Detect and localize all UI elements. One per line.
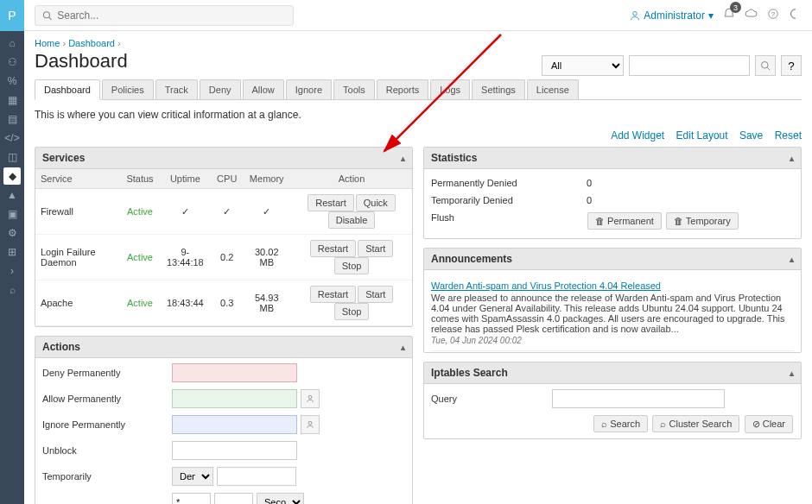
- temp-num-input[interactable]: [214, 493, 253, 504]
- svc-status: Active: [121, 280, 158, 326]
- help-icon[interactable]: ?: [767, 8, 779, 22]
- sidebar-code[interactable]: </>: [3, 129, 21, 147]
- ignore-perm-input[interactable]: [172, 415, 297, 434]
- tab-license[interactable]: License: [527, 79, 579, 99]
- clear-button[interactable]: ⊘ Clear: [745, 415, 793, 433]
- sidebar-ext1[interactable]: ▲: [3, 186, 21, 204]
- search-input[interactable]: [57, 9, 286, 22]
- cluster-search-button[interactable]: ⌕ Cluster Search: [652, 415, 739, 432]
- announcement-date: Tue, 04 Jun 2024 00:02: [431, 336, 794, 345]
- sidebar-grid[interactable]: ▦: [3, 91, 21, 109]
- svc-start-button[interactable]: Start: [358, 240, 393, 257]
- sidebar-home[interactable]: ⌂: [3, 35, 21, 52]
- allow-user-button[interactable]: [301, 389, 320, 408]
- deny-perm-input[interactable]: [172, 363, 297, 382]
- sidebar-sliders[interactable]: ⚙: [3, 224, 21, 242]
- sidebar-expand[interactable]: ›: [3, 262, 21, 280]
- col-uptime: Uptime: [159, 169, 213, 189]
- temp-select[interactable]: Deny: [172, 467, 213, 486]
- notifications-icon[interactable]: 3: [722, 7, 736, 23]
- page-title: Dashboard: [35, 50, 128, 72]
- admin-menu[interactable]: Administrator ▾: [630, 9, 714, 22]
- svc-restart-button[interactable]: Restart: [310, 286, 356, 303]
- col-service: Service: [35, 169, 121, 189]
- svc-restart-button[interactable]: Restart: [308, 194, 353, 211]
- tab-deny[interactable]: Deny: [200, 79, 241, 99]
- global-search[interactable]: [35, 5, 294, 26]
- col-action: Action: [291, 169, 412, 189]
- svc-quick-button[interactable]: Quick: [356, 194, 396, 211]
- sidebar-ext2[interactable]: ▣: [3, 205, 21, 223]
- actions-title: Actions: [42, 341, 80, 353]
- iptables-search-button[interactable]: ⌕ Search: [593, 415, 648, 432]
- collapse-icon[interactable]: ▴: [790, 154, 794, 163]
- tab-ignore[interactable]: Ignore: [286, 79, 332, 99]
- filter-help-button[interactable]: ?: [781, 55, 802, 76]
- flush-permanent-button[interactable]: 🗑 Permanent: [587, 212, 662, 230]
- cloud-icon[interactable]: [745, 7, 758, 23]
- collapse-icon[interactable]: ▴: [790, 369, 794, 378]
- svg-line-6: [767, 67, 770, 70]
- tab-tools[interactable]: Tools: [333, 79, 375, 99]
- chevron-down-icon: ▾: [708, 9, 714, 22]
- col-cpu: CPU: [212, 169, 242, 189]
- breadcrumb-dashboard[interactable]: Dashboard: [68, 38, 115, 48]
- temp-denied-label: Temporarily Denied: [431, 195, 587, 205]
- moon-icon[interactable]: [788, 8, 800, 22]
- sidebar-percent[interactable]: %: [3, 72, 21, 90]
- add-widget-link[interactable]: Add Widget: [611, 129, 664, 142]
- edit-layout-link[interactable]: Edit Layout: [676, 129, 728, 142]
- col-status: Status: [121, 169, 158, 189]
- filter-search-button[interactable]: [755, 55, 776, 76]
- svc-stop-button[interactable]: Stop: [334, 257, 370, 274]
- ignore-perm-label: Ignore Permanently: [42, 419, 172, 430]
- perm-denied-label: Permanently Denied: [431, 178, 587, 188]
- temp-value-input[interactable]: [217, 467, 296, 486]
- save-link[interactable]: Save: [739, 129, 763, 142]
- tab-logs[interactable]: Logs: [430, 79, 470, 99]
- svc-disable-button[interactable]: Disable: [328, 211, 376, 229]
- sidebar-search[interactable]: ⌕: [3, 281, 21, 299]
- sidebar-chart[interactable]: ◫: [3, 148, 21, 166]
- sidebar-apps[interactable]: ⊞: [3, 243, 21, 261]
- sidebar-db[interactable]: ▤: [3, 110, 21, 128]
- reset-link[interactable]: Reset: [775, 129, 802, 142]
- breadcrumb-home[interactable]: Home: [35, 38, 60, 48]
- tab-settings[interactable]: Settings: [472, 79, 525, 99]
- svc-stop-button[interactable]: Stop: [334, 303, 370, 320]
- temp-denied-val: 0: [587, 195, 794, 205]
- temp-unit-select[interactable]: Seconds: [257, 493, 304, 504]
- svc-restart-button[interactable]: Restart: [310, 240, 356, 257]
- allow-perm-label: Allow Permanently: [42, 394, 172, 404]
- admin-label: Administrator: [644, 9, 705, 22]
- svc-name: Login Failure Daemon: [35, 235, 121, 280]
- tab-allow[interactable]: Allow: [243, 79, 284, 99]
- query-input[interactable]: [552, 389, 725, 408]
- sidebar-users[interactable]: ⚇: [3, 54, 21, 71]
- collapse-icon[interactable]: ▴: [790, 255, 794, 264]
- svc-cpu: ✓: [212, 189, 242, 235]
- unblock-input[interactable]: [172, 441, 297, 460]
- tab-dashboard[interactable]: Dashboard: [35, 79, 100, 100]
- ignore-user-button[interactable]: [301, 415, 320, 434]
- filter-select[interactable]: All: [542, 55, 624, 76]
- svg-line-1: [49, 17, 52, 20]
- tab-track[interactable]: Track: [155, 79, 198, 99]
- search-icon: [42, 10, 52, 21]
- filter-input[interactable]: [629, 55, 750, 76]
- sidebar-active[interactable]: ◆: [3, 167, 21, 185]
- perm-denied-val: 0: [587, 178, 794, 188]
- tab-policies[interactable]: Policies: [102, 79, 154, 99]
- announcements-panel: Announcements▴ Warden Anti-spam and Viru…: [423, 248, 802, 353]
- flush-temporary-button[interactable]: 🗑 Temporary: [666, 212, 739, 230]
- announcement-title[interactable]: Warden Anti-spam and Virus Protection 4.…: [431, 280, 794, 291]
- collapse-icon[interactable]: ▴: [401, 154, 405, 163]
- table-row: Firewall Active ✓ ✓ ✓ RestartQuickDisabl…: [35, 189, 412, 235]
- allow-perm-input[interactable]: [172, 389, 297, 408]
- collapse-icon[interactable]: ▴: [401, 343, 405, 352]
- svc-start-button[interactable]: Start: [358, 286, 393, 303]
- tab-reports[interactable]: Reports: [377, 79, 429, 99]
- svg-point-2: [633, 11, 638, 16]
- svg-point-7: [308, 395, 312, 399]
- temp-star-input[interactable]: [172, 493, 211, 504]
